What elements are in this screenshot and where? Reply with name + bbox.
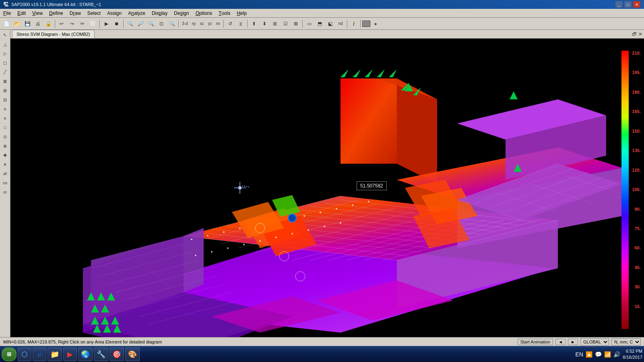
xy-view-button[interactable]: xy — [190, 19, 197, 29]
tab-restore-btn[interactable]: 🗗 — [632, 31, 637, 37]
close-button[interactable]: ✕ — [633, 1, 641, 8]
color-btn[interactable] — [362, 21, 370, 27]
save-button[interactable]: 💾 — [23, 19, 32, 29]
cross2-tool[interactable]: ✚ — [1, 151, 10, 160]
taskbar-windows[interactable]: ⬡ — [18, 348, 31, 361]
frame-btn[interactable]: ▭ — [304, 19, 314, 29]
start-button[interactable]: ⊞ — [2, 348, 17, 361]
maximize-button[interactable]: □ — [624, 1, 632, 8]
tab-close-btn[interactable]: ✕ — [638, 31, 642, 37]
taskbar-app6[interactable]: 🎯 — [109, 348, 124, 361]
zoom-rubber-button[interactable]: 🔍 — [125, 19, 135, 29]
svg-point-95 — [211, 251, 213, 253]
all-tool[interactable]: all — [1, 169, 10, 178]
nd-btn[interactable]: nd — [336, 19, 345, 29]
title-bar-controls[interactable]: _ □ ✕ — [615, 1, 641, 8]
select-all-button[interactable]: ⊞ — [270, 19, 280, 29]
open-button[interactable]: 📂 — [12, 19, 22, 29]
minus-tool[interactable]: ⊟ — [1, 95, 10, 104]
cross-tool[interactable]: ⊠ — [1, 77, 10, 86]
coord-system-select[interactable]: GLOBAL LOCAL — [580, 338, 609, 346]
restore-button[interactable]: ↺ — [225, 19, 235, 29]
zoom-out-button[interactable]: 🔍 — [146, 19, 156, 29]
menu-view[interactable]: View — [29, 9, 46, 17]
viewport-canvas[interactable]: 51.507582 210. 195. 180. 165. 150. 135. … — [10, 39, 644, 337]
units-select[interactable]: N, mm, C kN, m, C — [611, 338, 641, 346]
sep5 — [223, 20, 224, 28]
taskbar-folder[interactable]: 📁 — [47, 348, 62, 361]
taskbar-chrome[interactable]: 🌏 — [78, 348, 93, 361]
tray-arrow[interactable]: 🔼 — [586, 351, 592, 358]
zoom-prev-button[interactable]: 🔍 — [167, 19, 177, 29]
draw-area-tool[interactable]: ◻ — [1, 58, 10, 67]
animation-button[interactable]: Start Animation — [518, 339, 553, 345]
menu-display[interactable]: Display — [149, 9, 171, 17]
run-modal-button[interactable]: ⏺ — [112, 19, 122, 29]
intersect-button[interactable]: ⊠ — [291, 19, 301, 29]
sep4 — [178, 20, 179, 28]
taskbar-app7[interactable]: 🎨 — [125, 348, 140, 361]
nav-right-button[interactable]: ► — [568, 339, 578, 345]
run-button[interactable]: ▶ — [101, 19, 111, 29]
menu-analyze[interactable]: Analyze — [125, 9, 149, 17]
menu-assign[interactable]: Assign — [104, 9, 125, 17]
persp-button[interactable]: ⧖ — [236, 19, 246, 29]
menu-options[interactable]: Options — [192, 9, 215, 17]
viewport-tab-main[interactable]: Stress SVM Diagram - Max (COMB2) — [12, 30, 95, 38]
section-tool[interactable]: ≡ — [1, 105, 10, 113]
move-up-button[interactable]: ⬆ — [249, 19, 259, 29]
tray-sound[interactable]: 🔊 — [613, 351, 620, 358]
cts-tool[interactable]: cts — [1, 179, 10, 187]
viewport-container[interactable]: Stress SVM Diagram - Max (COMB2) 🗗 ✕ — [10, 30, 644, 337]
menu-tools[interactable]: Tools — [215, 9, 233, 17]
rubber-button[interactable]: ⬜ — [88, 19, 98, 29]
section2-tool[interactable]: ≡ — [1, 114, 10, 123]
undo-button[interactable]: ↩ — [57, 19, 66, 29]
grid-tool[interactable]: ⊞ — [1, 86, 10, 95]
delete-tool[interactable]: ✕ — [1, 160, 10, 169]
print-button[interactable]: 🖨 — [33, 19, 43, 29]
circle-tool[interactable]: ⊙ — [1, 132, 10, 141]
taskbar-app5[interactable]: 🔧 — [94, 348, 108, 361]
xz-view-button[interactable]: xz — [198, 19, 205, 29]
clock[interactable]: 6:52 PM 8/16/2017 — [623, 348, 642, 360]
menu-file[interactable]: File — [0, 9, 14, 17]
text-btn[interactable]: I — [349, 19, 359, 29]
new-button[interactable]: 📄 — [2, 19, 11, 29]
yz-view-button[interactable]: yz — [206, 19, 213, 29]
redo-button[interactable]: ↪ — [67, 19, 77, 29]
nav-left-button[interactable]: ◄ — [555, 339, 566, 345]
tray-network[interactable]: 📶 — [604, 351, 611, 358]
move-down-button[interactable]: ⬇ — [260, 19, 269, 29]
area-btn[interactable]: ⬕ — [325, 19, 335, 29]
menu-edit[interactable]: Edit — [14, 9, 29, 17]
menu-define[interactable]: Define — [46, 9, 66, 17]
deselect-button[interactable]: ☑ — [281, 19, 290, 29]
tray-message[interactable]: 💬 — [595, 351, 602, 358]
minimize-button[interactable]: _ — [615, 1, 623, 8]
menu-select[interactable]: Select — [84, 9, 104, 17]
taskbar-media[interactable]: ▶ — [63, 348, 77, 361]
pencil-button[interactable]: ✏ — [78, 19, 87, 29]
clr-tool[interactable]: clr — [1, 188, 10, 197]
lock-button[interactable]: 🔒 — [43, 19, 53, 29]
3d-view-button[interactable]: 3-d — [180, 19, 189, 29]
joint-btn[interactable]: ⬒ — [315, 19, 324, 29]
menu-help[interactable]: Help — [233, 9, 250, 17]
3d-model-svg — [10, 39, 644, 337]
draw-joint-tool[interactable]: △ — [1, 40, 10, 49]
more-btn[interactable]: ▸ — [371, 19, 381, 29]
zoom-fit-button[interactable]: ⊡ — [157, 19, 166, 29]
rect-tool[interactable]: □ — [1, 123, 10, 132]
plus-tool[interactable]: ⊕ — [1, 142, 10, 150]
tray-lang[interactable]: EN — [576, 351, 583, 358]
select-tool[interactable]: ↖ — [1, 31, 10, 39]
draw-frame-tool[interactable]: ▷ — [1, 49, 10, 58]
menu-draw[interactable]: Draw — [66, 9, 84, 17]
taskbar-ie[interactable]: ℯ — [33, 348, 46, 361]
draw-line-tool[interactable]: ╱ — [1, 68, 10, 76]
nv-view-button[interactable]: nv — [214, 19, 222, 29]
menu-design[interactable]: Design — [171, 9, 192, 17]
zoom-in-button[interactable]: 🔎 — [136, 19, 145, 29]
legend-val-75: 75. — [635, 226, 641, 231]
